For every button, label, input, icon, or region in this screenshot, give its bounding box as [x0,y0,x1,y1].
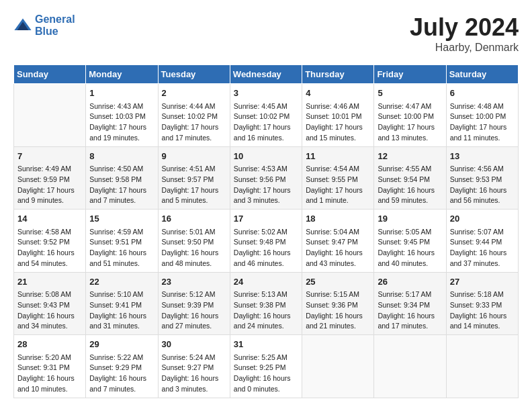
calendar-cell: 29Sunrise: 5:22 AMSunset: 9:29 PMDayligh… [86,335,158,398]
calendar-cell: 10Sunrise: 4:53 AMSunset: 9:56 PMDayligh… [230,146,302,210]
day-info: and 37 minutes. [450,259,515,269]
day-number: 12 [378,150,442,163]
day-info: Daylight: 16 hours [306,311,370,322]
calendar-cell: 24Sunrise: 5:13 AMSunset: 9:38 PMDayligh… [230,272,302,335]
calendar-cell: 23Sunrise: 5:12 AMSunset: 9:39 PMDayligh… [158,272,230,335]
day-info: Sunrise: 4:49 AM [17,164,82,175]
day-info: Sunset: 10:02 PM [162,111,226,122]
day-info: Sunset: 9:56 PM [234,175,298,185]
day-number: 4 [306,87,370,100]
day-info: Daylight: 16 hours [450,311,515,322]
day-info: Daylight: 17 hours [17,185,82,196]
day-info: Daylight: 16 hours [378,248,442,259]
day-number: 22 [89,275,154,289]
calendar-cell: 27Sunrise: 5:18 AMSunset: 9:33 PMDayligh… [446,272,518,335]
logo-icon [13,16,32,35]
day-number: 1 [89,87,154,100]
calendar-cell: 16Sunrise: 5:01 AMSunset: 9:50 PMDayligh… [158,210,230,273]
day-number: 28 [17,338,82,351]
day-header-friday: Friday [374,65,446,84]
day-number: 18 [306,212,370,226]
calendar-week-5: 28Sunrise: 5:20 AMSunset: 9:31 PMDayligh… [14,335,519,398]
day-info: Sunset: 9:31 PM [17,363,82,373]
day-info: Sunrise: 5:01 AM [162,227,226,238]
calendar-cell: 1Sunrise: 4:43 AMSunset: 10:03 PMDayligh… [86,84,158,147]
day-info: and 27 minutes. [162,321,226,332]
day-info: and 21 minutes. [306,321,370,332]
day-info: Sunset: 10:01 PM [306,111,370,122]
day-number: 8 [89,150,154,163]
day-info: Sunset: 9:43 PM [17,300,82,311]
day-info: Sunset: 9:48 PM [234,237,298,248]
day-info: Daylight: 16 hours [162,248,226,259]
day-header-thursday: Thursday [302,65,374,84]
day-info: Daylight: 16 hours [89,373,154,384]
day-info: Daylight: 17 hours [306,122,370,133]
calendar-cell: 3Sunrise: 4:45 AMSunset: 10:02 PMDayligh… [230,84,302,147]
day-number: 5 [378,87,442,100]
day-info: and 17 minutes. [162,133,226,144]
day-info: Sunrise: 4:46 AM [306,101,370,112]
day-info: and 24 minutes. [234,321,298,332]
day-header-saturday: Saturday [446,65,518,84]
day-info: Sunrise: 5:08 AM [17,289,82,300]
day-info: Daylight: 16 hours [450,248,515,259]
day-info: and 1 minute. [306,195,370,206]
calendar-cell: 5Sunrise: 4:47 AMSunset: 10:00 PMDayligh… [374,84,446,147]
day-number: 16 [162,212,226,226]
day-info: Sunset: 9:44 PM [450,237,515,248]
day-info: Sunset: 9:57 PM [162,175,226,185]
day-info: Daylight: 16 hours [17,373,82,384]
calendar-week-3: 14Sunrise: 4:58 AMSunset: 9:52 PMDayligh… [14,210,519,273]
day-info: Sunset: 9:41 PM [89,300,154,311]
day-number: 6 [450,87,515,100]
day-info: Sunrise: 4:45 AM [234,101,298,112]
day-number: 24 [234,275,298,289]
day-info: Sunset: 9:36 PM [306,300,370,311]
day-info: Sunrise: 4:50 AM [89,164,154,175]
day-info: Sunrise: 5:12 AM [162,289,226,300]
calendar-cell: 20Sunrise: 5:07 AMSunset: 9:44 PMDayligh… [446,210,518,273]
day-info: Sunset: 9:59 PM [17,175,82,185]
day-info: Sunset: 9:38 PM [234,300,298,311]
day-info: and 0 minutes. [234,384,298,395]
day-info: Sunrise: 5:02 AM [234,227,298,238]
calendar-cell [302,335,374,398]
day-info: and 34 minutes. [17,321,82,332]
title-block: July 2024 Haarby, Denmark [410,13,519,54]
day-header-tuesday: Tuesday [158,65,230,84]
day-header-sunday: Sunday [14,65,86,84]
day-info: Sunrise: 4:44 AM [162,101,226,112]
day-info: and 13 minutes. [378,133,442,144]
day-info: Sunset: 9:45 PM [378,237,442,248]
day-info: Daylight: 17 hours [234,122,298,133]
location: Haarby, Denmark [410,42,519,54]
day-number: 19 [378,212,442,226]
calendar-cell: 6Sunrise: 4:48 AMSunset: 10:00 PMDayligh… [446,84,518,147]
day-info: Daylight: 17 hours [378,122,442,133]
day-info: Daylight: 16 hours [89,311,154,322]
calendar-cell [14,84,86,147]
day-info: Sunset: 10:00 PM [450,111,515,122]
day-info: and 46 minutes. [234,259,298,269]
calendar-cell: 26Sunrise: 5:17 AMSunset: 9:34 PMDayligh… [374,272,446,335]
calendar-cell: 2Sunrise: 4:44 AMSunset: 10:02 PMDayligh… [158,84,230,147]
day-number: 11 [306,150,370,163]
calendar-cell: 28Sunrise: 5:20 AMSunset: 9:31 PMDayligh… [14,335,86,398]
day-info: Sunrise: 5:13 AM [234,289,298,300]
day-info: Sunrise: 4:56 AM [450,164,515,175]
day-info: Sunrise: 5:05 AM [378,227,442,238]
calendar-cell: 7Sunrise: 4:49 AMSunset: 9:59 PMDaylight… [14,146,86,210]
day-info: Daylight: 17 hours [234,185,298,196]
day-info: and 11 minutes. [450,133,515,144]
calendar-cell: 17Sunrise: 5:02 AMSunset: 9:48 PMDayligh… [230,210,302,273]
day-info: Sunset: 10:00 PM [378,111,442,122]
day-info: Sunset: 9:58 PM [89,175,154,185]
day-info: Daylight: 17 hours [162,185,226,196]
calendar-cell: 19Sunrise: 5:05 AMSunset: 9:45 PMDayligh… [374,210,446,273]
day-info: and 16 minutes. [234,133,298,144]
calendar-cell: 8Sunrise: 4:50 AMSunset: 9:58 PMDaylight… [86,146,158,210]
day-info: Sunset: 9:33 PM [450,300,515,311]
calendar-cell: 9Sunrise: 4:51 AMSunset: 9:57 PMDaylight… [158,146,230,210]
day-info: Sunset: 9:34 PM [378,300,442,311]
